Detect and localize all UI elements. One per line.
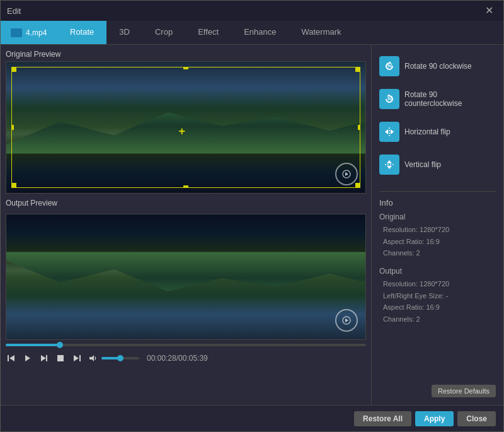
tab-rotate[interactable]: Rotate xyxy=(57,21,106,44)
skip-back-button[interactable] xyxy=(6,353,17,364)
tab-enhance[interactable]: Enhance xyxy=(231,21,289,44)
output-preview-label: Output Preview xyxy=(6,199,366,207)
time-display: 00:00:28/00:05:39 xyxy=(147,354,208,363)
v-flip-icon xyxy=(379,155,399,175)
svg-rect-6 xyxy=(46,355,47,361)
svg-rect-8 xyxy=(79,355,81,361)
rotate-cw-icon: 90 xyxy=(379,56,399,76)
original-scene xyxy=(6,62,365,193)
h-flip-icon xyxy=(379,122,399,142)
rotate-ccw-action[interactable]: 90 Rotate 90 counterclockwise xyxy=(379,85,496,113)
original-resolution: Resolution: 1280*720 xyxy=(379,224,496,236)
left-panel: Original Preview xyxy=(1,45,371,405)
apply-button[interactable]: Apply xyxy=(415,411,454,426)
output-preview xyxy=(6,214,366,340)
file-tab-label: 4.mp4 xyxy=(26,28,47,37)
original-channels: Channels: 2 xyxy=(379,247,496,259)
file-tab[interactable]: 4.mp4 xyxy=(1,21,57,44)
tab-effect[interactable]: Effect xyxy=(185,21,231,44)
next-frame-button[interactable] xyxy=(38,353,50,364)
output-resolution: Resolution: 1280*720 xyxy=(379,278,496,290)
svg-marker-20 xyxy=(387,166,392,169)
volume-area xyxy=(88,353,139,364)
window-close-button[interactable]: ✕ xyxy=(481,4,497,17)
tabs-container: Rotate 3D Crop Effect Enhance Watermark xyxy=(57,21,503,44)
restore-all-button[interactable]: Restore All xyxy=(354,411,411,426)
progress-thumb[interactable] xyxy=(57,342,63,348)
close-button[interactable]: Close xyxy=(457,411,496,426)
rotate-ccw-label: Rotate 90 counterclockwise xyxy=(404,90,496,108)
svg-marker-5 xyxy=(41,355,46,361)
progress-track[interactable] xyxy=(6,344,366,346)
tab-watermark[interactable]: Watermark xyxy=(289,21,353,44)
original-info-label: Original xyxy=(379,213,496,221)
svg-marker-17 xyxy=(391,129,394,134)
svg-rect-7 xyxy=(57,355,64,361)
skip-forward-button[interactable] xyxy=(71,353,83,364)
controls-bar: 00:00:28/00:05:39 xyxy=(6,350,366,366)
v-flip-label: Vertical flip xyxy=(404,160,441,169)
bottom-bar: Restore All Apply Close xyxy=(1,405,503,431)
volume-thumb[interactable] xyxy=(117,355,123,361)
output-aspect: Aspect Ratio: 16:9 xyxy=(379,301,496,313)
restore-defaults-button[interactable]: Restore Defaults xyxy=(432,385,496,397)
output-scene xyxy=(6,214,365,339)
svg-marker-9 xyxy=(74,355,79,361)
tab-bar: 4.mp4 Rotate 3D Crop Effect Enhance Wate… xyxy=(1,21,503,45)
rotate-cw-action[interactable]: 90 Rotate 90 clockwise xyxy=(379,52,496,80)
v-flip-action[interactable]: Vertical flip xyxy=(379,151,496,178)
tab-3d[interactable]: 3D xyxy=(106,21,142,44)
h-flip-action[interactable]: Horizontal flip xyxy=(379,118,496,146)
svg-marker-10 xyxy=(89,355,94,361)
svg-text:90: 90 xyxy=(387,64,392,68)
output-info-group: Output Resolution: 1280*720 Left/Right E… xyxy=(379,267,496,325)
svg-marker-16 xyxy=(385,129,388,134)
svg-marker-4 xyxy=(25,355,30,361)
original-aspect: Aspect Ratio: 16:9 xyxy=(379,236,496,248)
volume-track[interactable] xyxy=(101,357,139,359)
title-bar: Edit ✕ xyxy=(1,1,503,21)
output-info-label: Output xyxy=(379,267,496,276)
rotate-ccw-icon: 90 xyxy=(379,89,399,109)
original-info-group: Original Resolution: 1280*720 Aspect Rat… xyxy=(379,213,496,259)
output-eye-size: Left/Right Eye Size: - xyxy=(379,290,496,302)
tab-crop[interactable]: Crop xyxy=(142,21,185,44)
progress-fill xyxy=(6,344,60,346)
progress-bar-area xyxy=(6,344,366,346)
window-title: Edit xyxy=(7,6,21,16)
svg-marker-3 xyxy=(9,355,14,361)
svg-text:90: 90 xyxy=(387,96,392,101)
play-button[interactable] xyxy=(22,353,33,364)
volume-icon[interactable] xyxy=(88,353,99,364)
original-play-icon[interactable] xyxy=(335,163,358,185)
h-flip-label: Horizontal flip xyxy=(404,127,450,136)
file-icon xyxy=(11,28,22,37)
output-play-icon[interactable] xyxy=(335,309,358,332)
svg-rect-2 xyxy=(8,355,9,361)
original-preview xyxy=(6,61,366,194)
info-title: Info xyxy=(379,198,496,207)
info-section: Info Original Resolution: 1280*720 Aspec… xyxy=(379,191,496,333)
right-panel: 90 Rotate 90 clockwise 90 Rotate 90 coun… xyxy=(371,45,503,405)
svg-marker-19 xyxy=(387,160,392,163)
edit-window: Edit ✕ 4.mp4 Rotate 3D Crop Effect Enhan… xyxy=(0,0,504,432)
output-channels: Channels: 2 xyxy=(379,313,496,325)
rotate-cw-label: Rotate 90 clockwise xyxy=(404,62,472,71)
original-preview-label: Original Preview xyxy=(6,50,366,59)
stop-button[interactable] xyxy=(55,353,66,364)
content-area: Original Preview xyxy=(1,45,503,405)
